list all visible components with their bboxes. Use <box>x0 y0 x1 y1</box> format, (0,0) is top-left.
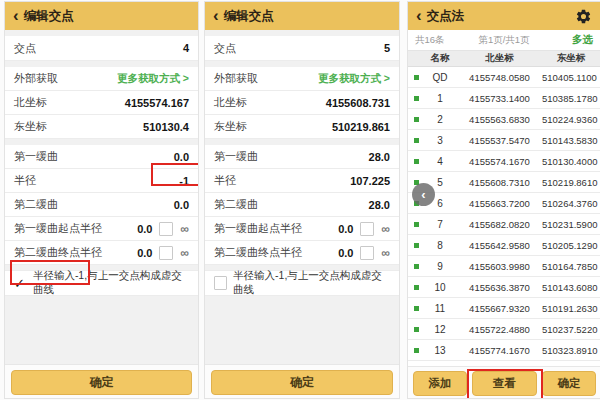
virtual-curve-checkbox-row[interactable]: 半径输入-1,与上一交点构成虚交曲线 <box>205 270 399 296</box>
table-row[interactable]: 54155608.7310510219.8610 <box>408 172 600 193</box>
table-row[interactable]: 124155722.4880510237.5220 <box>408 319 600 340</box>
table-row[interactable]: 104155636.3870510143.6080 <box>408 277 600 298</box>
field-label: 第一缓曲 <box>14 149 58 164</box>
field-row-east[interactable]: 东坐标 510219.861 <box>205 115 399 139</box>
point-east: 510205.1290 <box>542 240 600 251</box>
infinity-checkbox[interactable] <box>360 222 374 236</box>
field-row-point[interactable]: 交点 4 <box>5 36 198 61</box>
infinity-checkbox[interactable] <box>159 222 173 236</box>
point-value[interactable]: 5 <box>384 42 390 54</box>
field-row-spiral1[interactable]: 第一缓曲 28.0 <box>205 145 399 169</box>
point-north: 4155722.4880 <box>457 324 542 335</box>
field-row-spiral2-end[interactable]: 第二缓曲终点半径 0.0 ∞ <box>5 241 198 265</box>
field-row-spiral2[interactable]: 第二缓曲 28.0 <box>205 193 399 217</box>
settings-gear-icon[interactable] <box>575 8 592 25</box>
collapse-handle[interactable]: ‹ <box>412 183 435 206</box>
confirm-button[interactable]: 确定 <box>11 370 192 395</box>
col-header-name: 名称 <box>423 52 457 65</box>
point-east: 510164.7850 <box>542 261 600 272</box>
spiral1-start-value[interactable]: 0.0 <box>338 223 353 235</box>
back-chevron-icon[interactable]: ‹ <box>213 3 219 29</box>
row-bullet-icon <box>414 159 419 164</box>
field-row-radius[interactable]: 半径 -1 <box>5 169 198 193</box>
field-row-spiral1[interactable]: 第一缓曲 0.0 <box>5 145 198 169</box>
field-row-radius[interactable]: 半径 107.225 <box>205 169 399 193</box>
table-row[interactable]: 84155642.9580510205.1290 <box>408 235 600 256</box>
point-east: 510143.5830 <box>542 135 600 146</box>
spiral1-start-value[interactable]: 0.0 <box>137 223 152 235</box>
checkbox-unchecked[interactable] <box>214 276 227 290</box>
add-button[interactable]: 添加 <box>413 371 467 396</box>
point-name: 8 <box>423 240 457 251</box>
spiral1-value[interactable]: 28.0 <box>369 151 390 163</box>
point-east: 510219.8610 <box>542 177 600 188</box>
point-name: 3 <box>423 135 457 146</box>
row-bullet-icon <box>414 306 419 311</box>
table-row[interactable]: 44155574.1670510130.4000 <box>408 151 600 172</box>
field-row-north[interactable]: 北坐标 4155574.167 <box>5 91 198 115</box>
page-title: 编辑交点 <box>224 8 274 25</box>
point-name: 13 <box>423 345 457 356</box>
field-row-north[interactable]: 北坐标 4155608.731 <box>205 91 399 115</box>
field-row-spiral1-start[interactable]: 第一缓曲起点半径 0.0 ∞ <box>205 217 399 241</box>
table-row[interactable]: QD4155748.0580510405.1100 <box>408 67 600 88</box>
east-value[interactable]: 510219.861 <box>332 121 390 133</box>
point-east: 510231.5900 <box>542 219 600 230</box>
point-east: 510385.1780 <box>542 93 600 104</box>
intersection-list-panel: ‹ 交点法 共16条 第1页/共1页 多选 名称 北坐标 东坐标 QD41557… <box>408 2 600 398</box>
spiral2-end-value[interactable]: 0.0 <box>137 247 152 259</box>
multiselect-button[interactable]: 多选 <box>543 33 593 47</box>
more-acquire-link[interactable]: 更多获取方式 > <box>117 72 189 86</box>
infinity-symbol: ∞ <box>180 246 189 260</box>
spiral2-end-value[interactable]: 0.0 <box>338 247 353 259</box>
infinity-checkbox[interactable] <box>159 246 173 260</box>
virtual-curve-checkbox-row[interactable]: ✓ 半径输入-1,与上一交点构成虚交曲线 <box>5 270 198 296</box>
confirm-button[interactable]: 确定 <box>211 370 393 395</box>
row-bullet-icon <box>414 264 419 269</box>
point-north: 4155574.1670 <box>457 156 542 167</box>
confirm-button[interactable]: 确定 <box>542 371 596 396</box>
radius-value[interactable]: -1 <box>179 175 189 187</box>
table-row[interactable]: 94155603.9980510164.7850 <box>408 256 600 277</box>
spiral1-value[interactable]: 0.0 <box>174 151 189 163</box>
table-header: 名称 北坐标 东坐标 <box>408 51 600 67</box>
point-value[interactable]: 4 <box>183 42 189 54</box>
field-label: 东坐标 <box>14 119 47 134</box>
row-bullet-icon <box>414 348 419 353</box>
total-count: 共16条 <box>415 34 465 47</box>
table-row[interactable]: 114155667.9320510191.2630 <box>408 298 600 319</box>
field-label: 第一缓曲起点半径 <box>14 221 102 236</box>
field-row-spiral2[interactable]: 第二缓曲 0.0 <box>5 193 198 217</box>
field-row-point[interactable]: 交点 5 <box>205 36 399 61</box>
field-label: 第二缓曲终点半径 <box>14 245 102 260</box>
spiral2-value[interactable]: 0.0 <box>174 199 189 211</box>
table-row[interactable]: 24155563.6830510224.9360 <box>408 109 600 130</box>
field-label: 北坐标 <box>214 95 247 110</box>
field-label: 北坐标 <box>14 95 47 110</box>
back-chevron-icon[interactable]: ‹ <box>416 3 422 29</box>
field-row-spiral2-end[interactable]: 第二缓曲终点半径 0.0 ∞ <box>205 241 399 265</box>
table-row[interactable]: 74155682.0820510231.5900 <box>408 214 600 235</box>
spiral2-value[interactable]: 28.0 <box>369 199 390 211</box>
field-label: 交点 <box>214 41 236 56</box>
east-value[interactable]: 510130.4 <box>143 121 189 133</box>
radius-value[interactable]: 107.225 <box>350 175 390 187</box>
point-north: 4155682.0820 <box>457 219 542 230</box>
header-bar: ‹ 编辑交点 <box>5 2 198 30</box>
field-label: 东坐标 <box>214 119 247 134</box>
back-chevron-icon[interactable]: ‹ <box>13 3 19 29</box>
view-button[interactable]: 查看 <box>472 371 537 396</box>
north-value[interactable]: 4155608.731 <box>326 97 390 109</box>
field-row-east[interactable]: 东坐标 510130.4 <box>5 115 198 139</box>
header-bar: ‹ 交点法 <box>408 2 600 30</box>
row-bullet-icon <box>414 96 419 101</box>
table-row[interactable]: 134155774.1670510323.8910 <box>408 340 600 361</box>
more-acquire-link[interactable]: 更多获取方式 > <box>318 72 390 86</box>
infinity-checkbox[interactable] <box>360 246 374 260</box>
table-row[interactable]: 14155733.1400510385.1780 <box>408 88 600 109</box>
table-row[interactable]: 34155537.5470510143.5830 <box>408 130 600 151</box>
north-value[interactable]: 4155574.167 <box>125 97 189 109</box>
checkbox-checked-icon[interactable]: ✓ <box>14 276 27 291</box>
table-row[interactable]: 64155663.7200510264.3760 <box>408 193 600 214</box>
field-row-spiral1-start[interactable]: 第一缓曲起点半径 0.0 ∞ <box>5 217 198 241</box>
